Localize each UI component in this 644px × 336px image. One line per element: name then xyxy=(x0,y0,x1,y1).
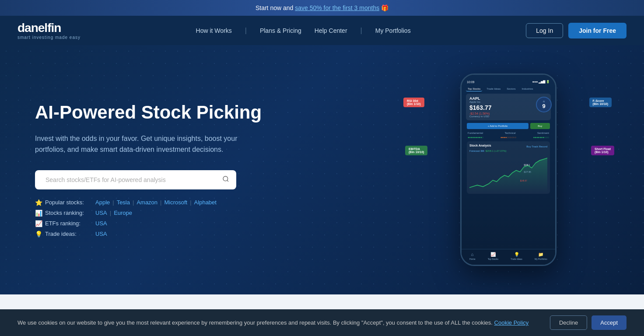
hero-description: Invest with the odds in your favor. Get … xyxy=(35,133,254,155)
stock-ticker: AAPL xyxy=(469,96,492,101)
cookie-text: We use cookies on our website to give yo… xyxy=(18,319,541,326)
phone-nav-portfolio: 📁 My Portfolios xyxy=(535,252,547,260)
quick-links: ⭐ Popular stocks: Apple | Tesla | Amazon… xyxy=(35,199,262,238)
trade-icon: 💡 xyxy=(35,231,42,238)
stocks-ranking-label: Stocks ranking: xyxy=(45,210,84,216)
etfs-ranking-row: 📈 ETFs ranking: USA xyxy=(35,220,262,227)
logo-subtitle: smart investing made easy xyxy=(18,35,80,40)
stocks-usa[interactable]: USA xyxy=(95,210,107,216)
popular-stocks-links: Apple | Tesla | Amazon | Microsoft | Alp… xyxy=(95,199,217,206)
badge-ebitda: EBITDA(Bin 10/10) xyxy=(405,146,427,155)
phone-nav-trade: 💡 Trade Ideas xyxy=(511,252,522,260)
search-input[interactable] xyxy=(42,172,219,188)
trade-usa[interactable]: USA xyxy=(95,231,107,237)
phone-status: ●●● ▂▅▇ 🔋 xyxy=(532,80,550,84)
phone-nav-sectors: Sectors xyxy=(505,87,517,91)
hero-content: AI-Powered Stock Picking Invest with the… xyxy=(0,76,297,263)
phone-nav-top-stocks: Top Stocks xyxy=(466,87,482,91)
chart-title: Stock Analysis xyxy=(469,144,491,147)
nav-how-it-works[interactable]: How it Works xyxy=(196,27,232,34)
phone-actions: + Add to Portfolio Buy xyxy=(464,121,553,131)
etfs-usa[interactable]: USA xyxy=(95,220,107,227)
phone-area: RSI 30d(Bin 1/10) EBITDA(Bin 10/10) F-Sc… xyxy=(399,54,618,286)
phone-chart-area: Stock Analysis Buy Track Record Forecast… xyxy=(467,141,550,194)
etfs-ranking-label: ETFs ranking: xyxy=(45,220,80,227)
badge-rsi: RSI 30d(Bin 1/10) xyxy=(403,98,424,107)
logo-area: danelfin smart investing made easy xyxy=(18,21,80,40)
navbar: danelfin smart investing made easy How i… xyxy=(0,16,644,45)
top-banner: Start now and save 50% for the first 3 m… xyxy=(0,0,644,16)
stock-change: -$2.54 (1.56%) xyxy=(469,112,492,115)
stock-microsoft[interactable]: Microsoft xyxy=(164,199,187,206)
badge-fscore: F-Score(Bin 10/10) xyxy=(589,98,612,107)
phone-nav-industries: Industries xyxy=(520,87,535,91)
svg-point-0 xyxy=(223,176,228,181)
etf-icon: 📈 xyxy=(35,220,42,227)
banner-emoji: 🎁 xyxy=(381,4,388,11)
stock-currency: Currency in USD xyxy=(469,115,492,118)
decline-button[interactable]: Decline xyxy=(550,315,587,330)
banner-text: Start now and xyxy=(256,4,295,11)
cookie-buttons: Decline Accept xyxy=(550,315,626,330)
chart-icon: 📊 xyxy=(35,210,42,217)
phone-time: 10:09 xyxy=(467,80,475,84)
stock-tesla[interactable]: Tesla xyxy=(117,199,130,206)
phone-stock-header: AAPL Apple Inc. $163.77 -$2.54 (1.56%) C… xyxy=(466,94,551,120)
score-values: ●●●●●●●●●○ ●●●●○○○○○○ ●●●●●●●○○○ xyxy=(464,135,553,140)
home-icon: ⌂ xyxy=(471,252,474,257)
nav-help-center[interactable]: Help Center xyxy=(315,27,347,34)
phone-nav: Top Stocks Trade Ideas Sectors Industrie… xyxy=(464,85,553,93)
nav-plans-pricing[interactable]: Plans & Pricing xyxy=(260,27,301,34)
ai-score-value: 9 xyxy=(542,103,545,109)
login-button[interactable]: Log In xyxy=(526,23,563,38)
nav-right: Log In Join for Free xyxy=(526,23,626,38)
phone-btn-add: + Add to Portfolio xyxy=(467,123,528,129)
banner-link[interactable]: save 50% for the first 3 months xyxy=(295,4,379,11)
cookie-policy-link[interactable]: Cookie Policy xyxy=(494,319,529,326)
stock-name: Apple Inc. xyxy=(469,101,492,103)
join-button[interactable]: Join for Free xyxy=(568,23,626,38)
trade-ideas-row: 💡 Trade ideas: USA xyxy=(35,231,262,238)
badge-short-float: Short Float(Bin 1/10) xyxy=(591,146,614,155)
stock-apple[interactable]: Apple xyxy=(95,199,110,206)
popular-stocks-row: ⭐ Popular stocks: Apple | Tesla | Amazon… xyxy=(35,199,262,206)
phone-nav-home: ⌂ Home xyxy=(469,252,475,260)
stock-chart: $208.1 $177.85 $145.57 xyxy=(469,153,547,192)
phone-mockup: 10:09 ●●● ▂▅▇ 🔋 Top Stocks Trade Ideas S… xyxy=(460,74,556,266)
stocks-europe[interactable]: Europe xyxy=(114,210,132,216)
etfs-links: USA xyxy=(95,220,107,227)
phone-topbar: 10:09 ●●● ▂▅▇ 🔋 xyxy=(464,78,553,85)
svg-text:$208.1: $208.1 xyxy=(524,164,530,167)
accept-button[interactable]: Accept xyxy=(592,315,626,330)
stock-price: $163.77 xyxy=(469,104,492,111)
score-labels: FundamentalTechnicalSentiment xyxy=(464,131,553,135)
svg-line-1 xyxy=(227,180,228,182)
trade-links: USA xyxy=(95,231,107,237)
stock-amazon[interactable]: Amazon xyxy=(136,199,158,206)
logo: danelfin xyxy=(18,21,80,35)
search-icon xyxy=(222,175,229,182)
stocks-ranking-row: 📊 Stocks ranking: USA | Europe xyxy=(35,210,262,217)
phone-nav-trade-ideas: Trade Ideas xyxy=(485,87,502,91)
cookie-banner: We use cookies on our website to give yo… xyxy=(0,309,644,336)
top-icon: 📈 xyxy=(490,252,496,257)
portfolio-icon: 📁 xyxy=(538,252,543,257)
star-icon: ⭐ xyxy=(35,199,42,206)
phone-btn-buy: Buy xyxy=(530,123,550,129)
trade-nav-icon: 💡 xyxy=(514,252,519,257)
hero-section: AI-Powered Stock Picking Invest with the… xyxy=(0,45,644,294)
nav-links: How it Works | Plans & Pricing Help Cent… xyxy=(196,27,411,35)
stocks-ranking-links: USA | Europe xyxy=(95,210,132,216)
phone-nav-top: 📈 Top Stocks xyxy=(488,252,498,260)
chart-subtitle: Buy Track Record xyxy=(526,145,547,148)
svg-text:$145.57: $145.57 xyxy=(520,179,527,182)
phone-screen: 10:09 ●●● ▂▅▇ 🔋 Top Stocks Trade Ideas S… xyxy=(462,75,555,265)
nav-my-portfolios[interactable]: My Portfolios xyxy=(375,27,411,34)
search-button[interactable] xyxy=(219,172,233,187)
ai-score-badge: AI 9 xyxy=(536,97,552,112)
stock-alphabet[interactable]: Alphabet xyxy=(194,199,217,206)
search-box xyxy=(35,170,236,189)
svg-text:$177.85: $177.85 xyxy=(524,170,531,173)
hero-title: AI-Powered Stock Picking xyxy=(35,102,262,123)
popular-stocks-label: Popular stocks: xyxy=(45,199,84,206)
